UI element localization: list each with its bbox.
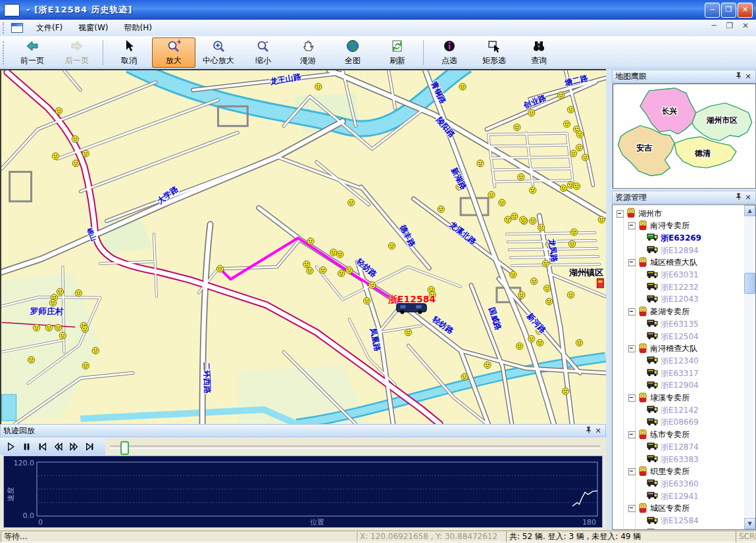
tree-node-vehicle[interactable]: 浙E63360 bbox=[647, 478, 699, 490]
vehicle-marker-icon[interactable] bbox=[315, 83, 322, 90]
toolbar-button-取消[interactable]: 取消 bbox=[107, 37, 151, 68]
mdi-restore-icon[interactable]: ❐ bbox=[724, 21, 735, 30]
tree-node-vehicle[interactable]: 浙E12043 bbox=[647, 294, 699, 306]
toolbar-grip[interactable] bbox=[3, 41, 7, 64]
tree-node-vehicle[interactable]: 浙E12941 bbox=[647, 490, 699, 502]
vehicle-marker-icon[interactable] bbox=[567, 106, 574, 113]
restore-button[interactable]: ❐ bbox=[721, 3, 736, 18]
vehicle-marker-icon[interactable] bbox=[57, 289, 63, 295]
vehicle-marker-icon[interactable] bbox=[563, 121, 570, 128]
vehicle-marker-icon[interactable] bbox=[570, 150, 576, 156]
vehicle-marker-icon[interactable] bbox=[338, 270, 345, 277]
playback-slider[interactable] bbox=[111, 446, 600, 449]
playback-pause-button[interactable] bbox=[18, 439, 34, 454]
vehicle-marker-icon[interactable] bbox=[545, 298, 552, 305]
tree-node-vehicle[interactable]: 浙E12340 bbox=[647, 355, 699, 367]
vehicle-marker-icon[interactable] bbox=[33, 324, 39, 331]
vehicle-marker-icon[interactable] bbox=[488, 191, 495, 198]
vehicle-marker-icon[interactable] bbox=[530, 187, 536, 193]
menubar-grip[interactable] bbox=[3, 22, 7, 34]
toolbar-button-放大[interactable]: +放大 bbox=[152, 37, 195, 68]
tree-node-group[interactable]: 南浔稽查大队 bbox=[628, 343, 697, 355]
vehicle-marker-icon[interactable] bbox=[598, 216, 605, 223]
tree-node-vehicle[interactable]: 浙E63031 bbox=[647, 270, 699, 281]
vehicle-marker-icon[interactable] bbox=[405, 329, 411, 335]
vehicle-marker-icon[interactable] bbox=[461, 373, 468, 380]
menu-item-2[interactable]: 帮助(H) bbox=[116, 21, 160, 34]
playback-play-button[interactable] bbox=[3, 439, 18, 454]
vehicle-marker-icon[interactable] bbox=[518, 292, 525, 298]
resources-pin-icon[interactable] bbox=[734, 193, 743, 202]
tree-node-group[interactable]: 城区稽查大队 bbox=[628, 257, 697, 269]
vehicle-marker-icon[interactable] bbox=[72, 160, 79, 166]
vehicle-marker-icon[interactable] bbox=[59, 332, 66, 339]
vehicle-marker-icon[interactable] bbox=[82, 150, 89, 156]
vehicle-marker-icon[interactable] bbox=[510, 272, 517, 278]
vertical-splitter[interactable] bbox=[606, 69, 612, 543]
tree-node-vehicle[interactable]: 浙E12142 bbox=[647, 404, 699, 416]
vehicle-marker-icon[interactable] bbox=[560, 185, 567, 191]
tree-node-vehicle[interactable]: 浙E63383 bbox=[647, 454, 699, 465]
toolbar-button-前一页[interactable]: 前一页 bbox=[11, 37, 54, 68]
vehicle-marker-icon[interactable] bbox=[28, 356, 34, 363]
vehicle-marker-icon[interactable] bbox=[514, 124, 520, 130]
tree-scrollbar[interactable]: ▲ ▼ bbox=[744, 205, 755, 529]
tree-node-group[interactable]: 织里专卖所 bbox=[628, 466, 690, 478]
vehicle-marker-icon[interactable] bbox=[216, 266, 223, 272]
scroll-up-icon[interactable]: ▲ bbox=[744, 205, 755, 216]
playback-to-end-button[interactable] bbox=[82, 439, 97, 454]
playback-close-icon[interactable]: ✕ bbox=[593, 427, 603, 435]
vehicle-marker-icon[interactable] bbox=[562, 388, 568, 394]
vehicle-marker-icon[interactable] bbox=[337, 251, 343, 258]
vehicle-marker-icon[interactable] bbox=[520, 216, 526, 223]
playback-fast-forward-button[interactable] bbox=[66, 439, 82, 454]
vehicle-marker-icon[interactable] bbox=[82, 362, 89, 369]
vehicle-marker-icon[interactable] bbox=[538, 224, 544, 231]
mdi-minimize-icon[interactable]: ─ bbox=[709, 21, 719, 30]
vehicle-marker-icon[interactable] bbox=[438, 206, 444, 212]
playback-to-start-button[interactable] bbox=[34, 439, 50, 454]
tree-node-group[interactable]: 城区专卖所 bbox=[628, 503, 690, 515]
vehicle-marker-icon[interactable] bbox=[518, 174, 524, 180]
vehicle-marker-icon[interactable] bbox=[75, 290, 82, 296]
toolbar-button-点选[interactable]: 点选 bbox=[428, 37, 471, 68]
toolbar-button-漫游[interactable]: 漫游 bbox=[286, 37, 330, 68]
vehicle-marker-icon[interactable] bbox=[528, 110, 535, 116]
vehicle-marker-icon[interactable] bbox=[568, 241, 575, 247]
vehicle-marker-icon[interactable] bbox=[484, 362, 491, 368]
vehicle-marker-icon[interactable] bbox=[363, 298, 370, 304]
vehicle-marker-icon[interactable] bbox=[348, 199, 355, 206]
vehicle-marker-icon[interactable] bbox=[531, 278, 538, 285]
vehicle-marker-icon[interactable] bbox=[346, 267, 353, 273]
vehicle-marker-icon[interactable] bbox=[72, 135, 78, 142]
close-button[interactable]: ✕ bbox=[738, 3, 753, 18]
vehicle-marker-icon[interactable] bbox=[576, 144, 582, 151]
resources-close-icon[interactable]: ✕ bbox=[743, 193, 753, 202]
vehicle-marker-icon[interactable] bbox=[499, 199, 505, 206]
vehicle-marker-icon[interactable] bbox=[573, 183, 580, 189]
scroll-down-icon[interactable]: ▼ bbox=[744, 518, 755, 529]
tree-node-vehicle[interactable]: 浙E63317 bbox=[647, 367, 699, 379]
tree-node-vehicle[interactable]: 浙E63269 bbox=[647, 232, 701, 244]
tree-node-group[interactable]: 埭溪专卖所 bbox=[628, 392, 690, 404]
vehicle-marker-icon[interactable] bbox=[511, 213, 518, 220]
vehicle-marker-icon[interactable] bbox=[517, 342, 523, 349]
vehicle-marker-icon[interactable] bbox=[557, 92, 564, 99]
tree-node-group[interactable]: 南浔专卖所 bbox=[628, 220, 690, 232]
toolbar-button-缩小[interactable]: -缩小 bbox=[241, 37, 285, 68]
vehicle-marker-icon[interactable] bbox=[543, 285, 550, 292]
vehicle-marker-icon[interactable] bbox=[330, 249, 337, 256]
vehicle-marker-icon[interactable] bbox=[303, 261, 310, 268]
toolbar-button-全图[interactable]: 全图 bbox=[331, 37, 374, 68]
map-canvas[interactable]: 龙王山路塘二路青铜路陵阳路创业路新湖路大学路德丰路龙溪北路轻纺路轻纺路凤凰路国威… bbox=[0, 69, 606, 424]
toolbar-button-矩形选[interactable]: 矩形选 bbox=[472, 37, 516, 68]
mdi-close-icon[interactable]: ✕ bbox=[740, 21, 751, 30]
vehicle-marker-icon[interactable] bbox=[320, 267, 326, 273]
vehicle-marker-icon[interactable] bbox=[307, 238, 314, 245]
minimize-button[interactable]: ─ bbox=[705, 3, 720, 18]
tree-node-vehicle[interactable]: 浙E12894 bbox=[647, 245, 699, 256]
tree-node-vehicle[interactable]: 浙E12584 bbox=[647, 515, 699, 527]
tree-node-vehicle[interactable]: 浙E63135 bbox=[647, 318, 699, 330]
vehicle-marker-icon[interactable] bbox=[576, 131, 583, 137]
tree-node-vehicle[interactable]: 浙E08669 bbox=[647, 417, 699, 429]
